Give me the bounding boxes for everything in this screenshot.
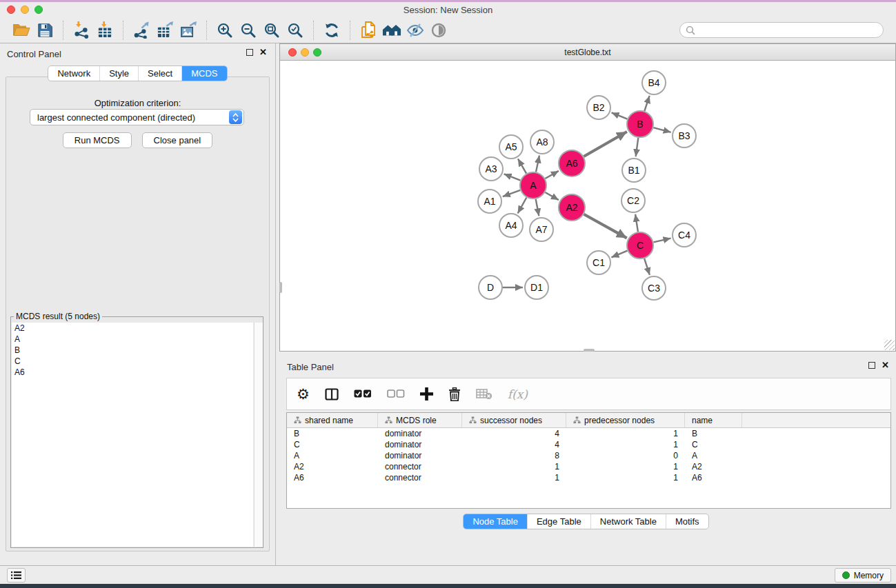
close-panel-icon[interactable]: ✕	[259, 49, 267, 56]
canvas-splitter-handle[interactable]	[584, 349, 595, 352]
memory-button[interactable]: Memory	[835, 568, 891, 582]
table-cell[interactable]: 4	[462, 440, 566, 449]
mcds-result-item[interactable]: A	[12, 334, 253, 345]
table-row[interactable]: A6connector11A6	[287, 472, 890, 483]
graph-edge[interactable]	[653, 128, 670, 132]
graph-edge[interactable]	[584, 132, 627, 156]
graph-edge[interactable]	[644, 96, 649, 111]
show-all-button[interactable]	[427, 19, 450, 41]
table-cell[interactable]: 1	[566, 440, 685, 449]
run-mcds-button[interactable]: Run MCDS	[63, 132, 132, 148]
table-cell[interactable]: A6	[287, 473, 378, 483]
export-network-button[interactable]	[130, 19, 153, 41]
tab-network-table[interactable]: Network Table	[590, 514, 666, 529]
export-image-button[interactable]	[177, 19, 200, 41]
close-panel-icon[interactable]: ✕	[882, 362, 889, 369]
table-cell[interactable]: A	[287, 451, 378, 460]
tab-select[interactable]: Select	[138, 66, 181, 81]
column-header[interactable]: shared name	[287, 413, 378, 427]
resize-grip[interactable]	[884, 340, 895, 350]
apply-layout-button[interactable]	[320, 19, 344, 41]
graph-edge[interactable]	[504, 174, 521, 180]
table-cell[interactable]: A2	[287, 462, 378, 472]
graph-edge[interactable]	[545, 171, 559, 179]
zoom-out-button[interactable]	[237, 19, 260, 41]
zoom-fit-button[interactable]	[260, 19, 283, 41]
graph-edge[interactable]	[545, 192, 559, 200]
column-header[interactable]: MCDS role	[378, 413, 462, 427]
hide-selected-button[interactable]	[404, 19, 427, 41]
graph-edge[interactable]	[518, 159, 526, 173]
delete-table-button[interactable]	[476, 385, 492, 404]
graph-edge[interactable]	[584, 214, 626, 239]
table-cell[interactable]: dominator	[378, 429, 462, 438]
delete-column-button[interactable]	[448, 385, 461, 404]
float-panel-icon[interactable]	[246, 49, 253, 56]
table-cell[interactable]: 1	[566, 462, 685, 472]
graph-edge[interactable]	[611, 251, 627, 258]
table-cell[interactable]: A	[685, 451, 742, 460]
graph-edge[interactable]	[536, 156, 539, 172]
table-settings-button[interactable]: ⚙	[297, 385, 310, 404]
function-builder-button[interactable]: f(x)	[508, 385, 528, 404]
column-header[interactable]: name	[685, 413, 742, 427]
mcds-result-item[interactable]: A2	[12, 323, 253, 334]
table-cell[interactable]: 1	[462, 473, 566, 483]
tab-edge-table[interactable]: Edge Table	[527, 514, 590, 529]
table-cell[interactable]: 1	[566, 473, 685, 483]
table-cell[interactable]: 0	[566, 451, 685, 460]
tab-node-table[interactable]: Node Table	[464, 514, 527, 529]
mcds-result-item[interactable]: C	[12, 356, 253, 367]
table-cell[interactable]: A2	[685, 462, 742, 472]
import-table-button[interactable]	[93, 19, 117, 41]
tab-network[interactable]: Network	[48, 66, 99, 81]
home-button[interactable]	[380, 19, 404, 41]
table-row[interactable]: Bdominator41B	[287, 428, 890, 439]
clone-network-button[interactable]	[357, 19, 380, 41]
table-cell[interactable]: B	[287, 429, 378, 438]
zoom-selected-button[interactable]	[283, 19, 307, 41]
graph-edge[interactable]	[644, 258, 650, 275]
table-cell[interactable]: connector	[378, 473, 462, 483]
table-row[interactable]: A2connector11A2	[287, 461, 890, 472]
show-columns-button[interactable]	[325, 385, 339, 404]
table-cell[interactable]: dominator	[378, 440, 462, 449]
float-panel-icon[interactable]	[868, 362, 875, 369]
table-row[interactable]: Adominator80A	[287, 450, 890, 461]
show-panel-list-button[interactable]	[7, 568, 26, 582]
open-session-button[interactable]	[10, 19, 33, 41]
select-all-button[interactable]	[354, 385, 372, 404]
tab-motifs[interactable]: Motifs	[666, 514, 708, 529]
table-cell[interactable]: connector	[378, 462, 462, 472]
graph-edge[interactable]	[536, 199, 539, 216]
graph-edge[interactable]	[612, 112, 628, 119]
graph-edge[interactable]	[653, 239, 670, 243]
search-field[interactable]	[679, 22, 884, 38]
zoom-in-button[interactable]	[213, 19, 237, 41]
table-cell[interactable]: dominator	[378, 451, 462, 460]
import-network-button[interactable]	[70, 19, 93, 41]
column-header[interactable]: predecessor nodes	[566, 413, 685, 427]
result-scrollbar[interactable]	[254, 323, 263, 547]
column-header[interactable]: successor nodes	[462, 413, 566, 427]
save-session-button[interactable]	[33, 19, 57, 41]
export-table-button[interactable]	[153, 19, 177, 41]
graph-edge[interactable]	[635, 214, 638, 232]
table-cell[interactable]: 4	[462, 429, 566, 438]
tab-style[interactable]: Style	[99, 66, 138, 81]
close-panel-button[interactable]: Close panel	[142, 132, 213, 148]
network-window-titlebar[interactable]: testGlobe.txt	[280, 44, 895, 61]
table-cell[interactable]: 1	[462, 462, 566, 472]
graph-edge[interactable]	[518, 198, 527, 214]
table-cell[interactable]: C	[287, 440, 378, 449]
deselect-all-button[interactable]	[387, 385, 405, 404]
graph-edge[interactable]	[503, 190, 520, 196]
tab-mcds[interactable]: MCDS	[181, 66, 226, 81]
table-cell[interactable]: B	[685, 429, 742, 438]
table-cell[interactable]: 8	[462, 451, 566, 460]
table-row[interactable]: Cdominator41C	[287, 439, 890, 450]
add-column-button[interactable]	[420, 385, 433, 404]
graph-edge[interactable]	[636, 138, 639, 156]
network-canvas[interactable]: A5A8A6A3AA1A2A4A7B4B2BB3B1C2C4CC1C3DD1	[280, 61, 895, 351]
table-cell[interactable]: A6	[685, 473, 742, 483]
